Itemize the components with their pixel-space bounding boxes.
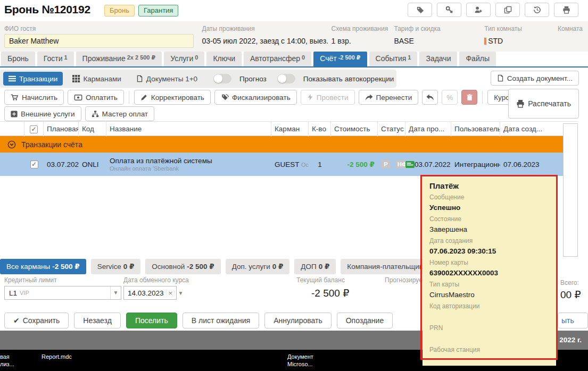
col-post-date[interactable]: Дата про... [405,122,451,137]
select-all-checkbox[interactable]: ✓ [24,122,44,137]
col-user[interactable]: Пользователь [451,122,500,137]
pay-button[interactable]: Оплатить [68,90,124,105]
pocket-extra-services[interactable]: Доп. услуги0 ₽ [226,259,290,274]
tab-keys[interactable]: Ключи [206,52,242,66]
delete-button[interactable] [461,90,477,105]
charge-button[interactable]: Начислить [4,90,64,105]
exchange-date-label: Дата обменного курса [123,276,189,284]
history-button[interactable] [525,3,549,17]
external-services-button[interactable]: Внешние услуги [4,106,81,121]
row-checkbox[interactable]: ✓ [24,160,44,168]
collapse-icon[interactable] [7,140,16,149]
print-transactions-label: Распечатать [528,99,571,108]
pocket-dop[interactable]: ДОП0 ₽ [294,259,336,274]
tab-services[interactable]: Услуги0 [164,52,204,66]
check-in-button[interactable]: Поселить [126,313,177,328]
pocket-amount: -2 500 ₽ [52,263,79,271]
booking-window: Бронь №120192 Бронь Гарантия [0,0,588,371]
pocket-main[interactable]: Основной-2 500 ₽ [145,259,220,274]
guest-name-input[interactable] [4,34,194,48]
col-status[interactable]: Статус [378,122,405,137]
tab-accommodation[interactable]: Проживание2x 2 500 ₽ [76,52,162,66]
pocket-amount: 0 ₽ [123,263,135,271]
save-button[interactable]: ✔Сохранить [4,313,69,328]
chevron-down-icon[interactable]: ▼ [110,286,121,299]
group-title: Транзакции счёта [21,140,82,149]
fiscalize-button[interactable]: Фискализировать [214,90,297,105]
tags-button[interactable] [408,3,432,17]
tooltip-value-created: 07.06.2023 09:30:15 [429,247,556,259]
copy-button[interactable] [495,3,520,17]
table-vertical-scrollbar[interactable] [563,123,578,257]
post-button[interactable]: Провести [301,90,355,105]
pocket-label: Доп. услуги [232,263,270,271]
exchange-date-input[interactable]: 14.03.2023 × ▼ [123,286,177,300]
check-in-label: Поселить [135,316,168,325]
tab-account[interactable]: Счёт-2 500 ₽ [313,52,367,66]
percent-button[interactable]: % [442,90,458,105]
col-pocket[interactable]: Карман [271,122,309,137]
taskbar-item-document[interactable]: Документ Microso... [287,353,313,368]
tooltip-label-message: Сообщение [429,193,556,204]
col-name[interactable]: Название [106,122,271,137]
partially-hidden-button[interactable]: ыть [558,313,588,328]
pencil-icon [140,94,148,101]
add-guest-button[interactable] [466,3,491,17]
stay-dates-value: 03-05 июл 2022, заезд с 14:00, выез... [202,34,328,45]
group-row-account-transactions[interactable]: Транзакции счёта [0,136,578,153]
col-cost[interactable]: Стоимость [331,122,378,137]
view-pockets-button[interactable]: Карманами [67,72,126,86]
late-button[interactable]: Опоздание [337,313,393,328]
pocket-service[interactable]: Service0 ₽ [91,259,141,274]
tab-events[interactable]: События1 [369,52,418,66]
toggle-knob [278,74,286,83]
keys-button[interactable] [437,3,461,17]
transaction-row[interactable]: ✓ 03.07.2022 ONLI Оплата из платёжной си… [0,153,578,176]
tab-tasks[interactable]: Задачи [419,52,457,66]
view-transactions-button[interactable]: Транзакции [3,72,63,86]
view-documents-button[interactable]: Документы 1+0 [131,72,203,86]
nonfiscal-flag-badge: НФ [396,160,405,168]
tab-label: Услуги [170,54,193,63]
chevron-down-icon[interactable]: ▼ [175,290,186,296]
print-button[interactable] [554,3,578,17]
account-view-toolbar: Транзакции Карманами Документы 1+0 Прогн… [0,70,588,88]
col-qty[interactable]: К-во [309,122,331,137]
col-planned[interactable]: Плановая... [44,122,79,137]
toolbar-separator [482,91,483,104]
tab-files[interactable]: Файлы [459,52,495,66]
taskbar-item[interactable]: вая лиз... [0,353,14,368]
tab-booking[interactable]: Бронь [1,52,35,66]
forecast-toggle[interactable] [213,74,231,83]
create-document-button[interactable]: Создать документ... [491,71,579,86]
annul-button[interactable]: Аннулировать [264,313,332,328]
cell-qty: 1 [309,161,331,168]
tab-autotransfer[interactable]: Автотрансфер0 [244,52,311,66]
payment-master-button[interactable]: Мастер оплат [85,106,155,121]
tab-badge: 0 [302,54,305,61]
fiscalize-label: Фискализировать [232,94,291,102]
pocket-all[interactable]: Все карманы-2 500 ₽ [0,259,86,274]
no-show-button[interactable]: Незаезд [74,313,121,328]
tooltip-label-card-number: Номер карты [429,259,556,269]
correct-button[interactable]: Корректировать [134,90,211,105]
credit-limit-tag: VIP [20,290,29,296]
autocorrections-toggle[interactable] [277,74,295,83]
tab-guests[interactable]: Гости1 [37,52,74,66]
document-icon [136,75,143,82]
transfer-button[interactable]: Перенести [359,90,419,105]
printer-icon [562,6,570,14]
print-transactions-button[interactable]: Распечатать [508,89,579,119]
undo-button[interactable] [422,90,438,105]
room-type-field: Тип комнаты STD [480,21,553,52]
sitemap-icon [92,111,99,117]
credit-limit-select[interactable]: L1 VIP ▼ [4,286,121,300]
clear-icon[interactable]: × [166,289,175,297]
taskbar-item-report[interactable]: Report.mdc [42,353,72,360]
tickets-icon [221,94,229,101]
tab-badge: 2x 2 500 ₽ [127,54,156,61]
waitlist-button[interactable]: В лист ожидания [183,313,259,328]
stay-dates-label: Даты проживания [202,25,327,32]
cart-icon [11,94,19,101]
col-code[interactable]: Код [79,122,106,137]
